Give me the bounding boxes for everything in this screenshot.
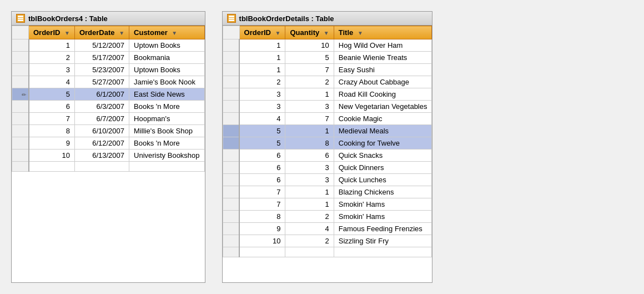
table-row[interactable]: 15Beanie Wienie Treats: [223, 52, 432, 64]
cell-customer: Jamie's Book Nook: [129, 76, 205, 88]
cell-orderid: 5: [29, 88, 75, 101]
cell-orderdate: 6/7/2007: [74, 113, 129, 125]
cell-title: Quick Snacks: [334, 150, 432, 162]
table-row[interactable]: 51Medieval Meals: [223, 125, 432, 137]
table-row[interactable]: 110Hog Wild Over Ham: [223, 39, 432, 52]
cell-orderid: 5: [239, 125, 285, 137]
svg-rect-0: [18, 16, 23, 17]
table-row[interactable]: 35/23/2007Uptown Books: [12, 64, 205, 76]
cell-orderid: 6: [29, 101, 75, 113]
table-row-empty: [12, 162, 205, 172]
table-row[interactable]: 86/10/2007Millie's Book Shop: [12, 125, 205, 137]
table-row[interactable]: 47Cookie Magic: [223, 113, 432, 125]
cell-orderdate: 6/10/2007: [74, 125, 129, 137]
cell-quantity: 3: [285, 174, 334, 186]
cell-orderdate: 6/1/2007: [74, 88, 129, 101]
svg-rect-1: [18, 18, 23, 19]
table1-col-orderdate[interactable]: OrderDate ▼: [74, 26, 129, 39]
cell-title: Quick Dinners: [334, 162, 432, 174]
cell-orderid: 2: [29, 52, 75, 64]
orderdate-sort-icon: ▼: [119, 30, 124, 36]
table-row[interactable]: 71Blazing Chickens: [223, 186, 432, 198]
table1-col-customer[interactable]: Customer ▼: [129, 26, 205, 39]
table2-orderid-sort-icon: ▼: [275, 30, 281, 36]
table-row[interactable]: 82Smokin' Hams: [223, 211, 432, 223]
svg-rect-3: [229, 16, 234, 17]
table-row[interactable]: 63Quick Lunches: [223, 174, 432, 186]
cell-orderdate: 5/27/2007: [74, 76, 129, 88]
table2-col-title[interactable]: Title ▼: [334, 26, 432, 39]
cell-title: Cookie Magic: [334, 113, 432, 125]
table-row[interactable]: 66Quick Snacks: [223, 150, 432, 162]
table-row[interactable]: 96/12/2007Books 'n More: [12, 137, 205, 150]
cell-customer: East Side News: [129, 88, 205, 101]
cell-customer: Uptown Books: [129, 64, 205, 76]
cell-orderid: 5: [239, 137, 285, 150]
cell-title: Hog Wild Over Ham: [334, 39, 432, 52]
customer-sort-icon: ▼: [172, 30, 177, 36]
table-row[interactable]: 17Easy Sushi: [223, 64, 432, 76]
cell-orderdate: 6/3/2007: [74, 101, 129, 113]
table-row[interactable]: 22Crazy About Cabbage: [223, 76, 432, 88]
cell-orderid: 4: [239, 113, 285, 125]
cell-title: Sizzling Stir Fry: [334, 235, 432, 247]
cell-orderid: 3: [239, 88, 285, 101]
cell-title: New Vegetarian Vegetables: [334, 101, 432, 113]
table-row[interactable]: 71Smokin' Hams: [223, 198, 432, 211]
cell-orderid: 1: [29, 39, 75, 52]
table1-title: tblBookOrders4 : Table: [28, 14, 108, 23]
table-row[interactable]: 58Cooking for Twelve: [223, 137, 432, 150]
cell-orderid: 3: [239, 101, 285, 113]
cell-title: Blazing Chickens: [334, 186, 432, 198]
table1-col-orderid[interactable]: OrderID ▼: [29, 26, 75, 39]
table-row[interactable]: ✏56/1/2007East Side News: [12, 88, 205, 101]
table-row[interactable]: 15/12/2007Uptown Books: [12, 39, 205, 52]
table-row[interactable]: 45/27/2007Jamie's Book Nook: [12, 76, 205, 88]
table2: OrderID ▼ Quantity ▼ Title ▼ 110Hog Wild…: [223, 26, 432, 257]
cell-customer: Uptown Books: [129, 39, 205, 52]
table-row[interactable]: 102Sizzling Stir Fry: [223, 235, 432, 247]
cell-title: Crazy About Cabbage: [334, 76, 432, 88]
cell-orderid: 8: [29, 125, 75, 137]
cell-orderid: 8: [239, 211, 285, 223]
table-row[interactable]: 76/7/2007Hoopman's: [12, 113, 205, 125]
cell-quantity: 2: [285, 235, 334, 247]
cell-orderid: 1: [239, 64, 285, 76]
table-row[interactable]: 25/17/2007Bookmania: [12, 52, 205, 64]
table-row[interactable]: 66/3/2007Books 'n More: [12, 101, 205, 113]
cell-title: Smokin' Hams: [334, 211, 432, 223]
cell-orderid: 1: [239, 39, 285, 52]
cell-quantity: 1: [285, 198, 334, 211]
cell-quantity: 3: [285, 162, 334, 174]
table1-titlebar: tblBookOrders4 : Table: [12, 12, 205, 26]
table2-window: tblBookOrderDetails : Table OrderID ▼ Qu…: [222, 11, 433, 283]
table-row[interactable]: 106/13/2007Univeristy Bookshop: [12, 150, 205, 162]
cell-orderid: 4: [29, 76, 75, 88]
cell-title: Easy Sushi: [334, 64, 432, 76]
cell-orderdate: 5/12/2007: [74, 39, 129, 52]
cell-quantity: 2: [285, 76, 334, 88]
table2-col-quantity[interactable]: Quantity ▼: [285, 26, 334, 39]
cell-orderdate: 6/13/2007: [74, 150, 129, 162]
cell-customer: Bookmania: [129, 52, 205, 64]
table2-titlebar: tblBookOrderDetails : Table: [223, 12, 432, 26]
table1-selector-header: [12, 26, 29, 39]
pencil-icon: ✏: [22, 92, 26, 98]
table-row[interactable]: 31Road Kill Cooking: [223, 88, 432, 101]
cell-title: Road Kill Cooking: [334, 88, 432, 101]
quantity-sort-icon: ▼: [324, 30, 329, 36]
table1-window: tblBookOrders4 : Table OrderID ▼ OrderDa…: [11, 11, 205, 283]
table-row[interactable]: 33New Vegetarian Vegetables: [223, 101, 432, 113]
cell-quantity: 4: [285, 223, 334, 235]
table-row[interactable]: 94Famous Feeding Frenzies: [223, 223, 432, 235]
table-row-empty: [223, 247, 432, 257]
cell-quantity: 2: [285, 211, 334, 223]
cell-quantity: 10: [285, 39, 334, 52]
table-row[interactable]: 63Quick Dinners: [223, 162, 432, 174]
cell-orderdate: 5/17/2007: [74, 52, 129, 64]
cell-orderid: 9: [239, 223, 285, 235]
cell-orderdate: 5/23/2007: [74, 64, 129, 76]
cell-title: Cooking for Twelve: [334, 137, 432, 150]
table2-col-orderid[interactable]: OrderID ▼: [239, 26, 285, 39]
svg-rect-4: [229, 18, 234, 19]
